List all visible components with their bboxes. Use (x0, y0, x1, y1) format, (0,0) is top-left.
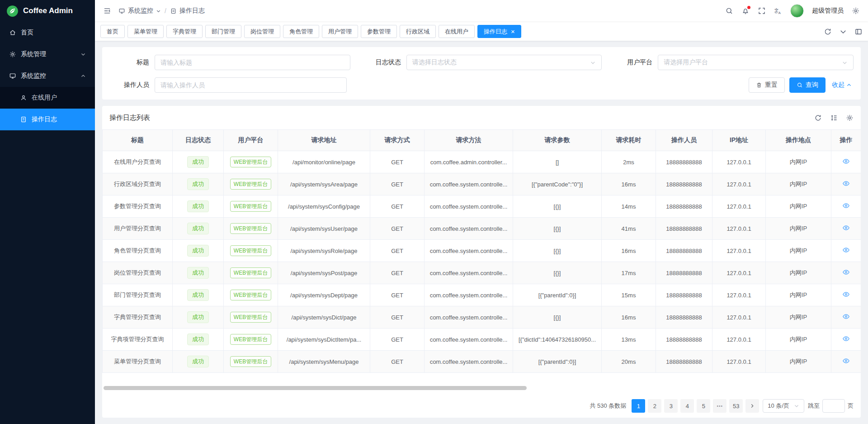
sidebar-item-online-users[interactable]: 在线用户 (0, 87, 95, 109)
next-page-button[interactable] (745, 399, 759, 413)
column-header: 用户平台 (224, 130, 278, 151)
tabs-refresh-icon[interactable] (824, 28, 832, 36)
search-button[interactable]: 查询 (789, 77, 826, 93)
cell-status: 成功 (173, 262, 224, 284)
view-eye-icon[interactable] (842, 335, 850, 343)
pagination: 共 530 条数据 12345•••53 10 条/页 跳至 页 (102, 394, 861, 418)
tab-actions (824, 28, 863, 36)
settings-gear-icon[interactable] (852, 7, 860, 15)
tab-参数管理[interactable]: 参数管理 (361, 25, 397, 38)
brand: Coffee Admin (0, 0, 95, 22)
cell-platform: WEB管理后台 (224, 151, 278, 173)
sidebar-item-home[interactable]: 首页 (0, 22, 95, 43)
cell-title: 行政区域分页查询 (103, 173, 173, 195)
avatar[interactable] (790, 4, 804, 18)
cell-platform: WEB管理后台 (224, 195, 278, 218)
title-label: 标题 (109, 58, 149, 67)
fullscreen-icon[interactable] (758, 7, 766, 15)
cell-duration: 16ms (602, 173, 656, 195)
column-settings-gear-icon[interactable] (846, 114, 854, 122)
page-button-53[interactable]: 53 (729, 399, 743, 413)
cell-method: GET (370, 151, 425, 173)
page-size-select[interactable]: 10 条/页 (763, 399, 804, 413)
cell-params: [{}] (513, 218, 602, 240)
cell-location: 内网IP (766, 173, 831, 195)
horizontal-scrollbar-thumb[interactable] (104, 386, 527, 390)
sidebar-item-system-monitor[interactable]: 系统监控 (0, 65, 95, 87)
view-eye-icon[interactable] (842, 202, 850, 210)
view-eye-icon[interactable] (842, 157, 850, 165)
tab-部门管理[interactable]: 部门管理 (205, 25, 241, 38)
sidebar-item-operation-log[interactable]: 操作日志 (0, 109, 95, 130)
platform-select[interactable]: 请选择用户平台 (658, 55, 854, 70)
search-icon (797, 82, 803, 88)
page-button-3[interactable]: 3 (664, 399, 678, 413)
table-row: 字典管理分页查询成功WEB管理后台/api/system/sysDict/pag… (103, 306, 861, 329)
status-select[interactable]: 请选择日志状态 (406, 55, 602, 70)
tab-菜单管理[interactable]: 菜单管理 (127, 25, 164, 38)
tab-岗位管理[interactable]: 岗位管理 (244, 25, 280, 38)
action-cell (831, 351, 861, 373)
view-eye-icon[interactable] (842, 291, 850, 298)
tab-close-icon[interactable]: × (511, 28, 515, 35)
page-button-4[interactable]: 4 (680, 399, 694, 413)
cell-method: GET (370, 306, 425, 329)
view-eye-icon[interactable] (842, 268, 850, 276)
translate-icon[interactable]: 文A (774, 7, 782, 15)
cell-platform: WEB管理后台 (224, 284, 278, 306)
username[interactable]: 超级管理员 (812, 7, 844, 15)
cell-operator: 18888888888 (656, 240, 712, 262)
view-eye-icon[interactable] (842, 357, 850, 365)
platform-label: 用户平台 (613, 58, 652, 67)
column-header: 请求方法 (425, 130, 513, 151)
cell-platform: WEB管理后台 (224, 218, 278, 240)
cell-params: [{"parentId":0}] (513, 351, 602, 373)
jump-page-input[interactable] (822, 399, 845, 413)
table-refresh-icon[interactable] (814, 114, 822, 122)
tab-首页[interactable]: 首页 (100, 25, 125, 38)
tab-label: 首页 (107, 28, 118, 36)
logo-icon (6, 5, 19, 17)
table-row: 在线用户分页查询成功WEB管理后台/api/monitor/online/pag… (103, 151, 861, 173)
cell-params: [{"parentId":0}] (513, 284, 602, 306)
density-icon[interactable] (830, 114, 838, 122)
page-button-2[interactable]: 2 (648, 399, 661, 413)
tab-用户管理[interactable]: 用户管理 (322, 25, 358, 38)
collapse-link-label: 收起 (832, 81, 844, 89)
layout-icon[interactable] (854, 28, 863, 36)
tab-在线用户[interactable]: 在线用户 (439, 25, 475, 38)
page-button-1[interactable]: 1 (632, 399, 645, 413)
view-eye-icon[interactable] (842, 180, 850, 187)
sidebar-item-label: 操作日志 (32, 115, 57, 124)
breadcrumb-item-operation-log[interactable]: 操作日志 (170, 7, 205, 15)
tabs-chevron-down-icon[interactable] (839, 28, 847, 36)
view-eye-icon[interactable] (842, 224, 850, 232)
title-input[interactable] (155, 55, 350, 70)
table-row: 菜单管理分页查询成功WEB管理后台/api/system/sysMenu/pag… (103, 351, 861, 373)
menu-fold-icon[interactable] (103, 7, 111, 15)
pager: 12345•••53 (632, 399, 759, 413)
tab-操作日志[interactable]: 操作日志× (477, 25, 521, 38)
view-eye-icon[interactable] (842, 246, 850, 254)
log-table-wrap: 标题日志状态用户平台请求地址请求方式请求方法请求参数请求耗时操作人员IP地址操作… (102, 129, 861, 373)
sidebar-item-system-management[interactable]: 系统管理 (0, 43, 95, 65)
cell-duration: 14ms (602, 195, 656, 218)
search-icon[interactable] (725, 7, 733, 15)
platform-tag: WEB管理后台 (230, 267, 271, 278)
horizontal-scrollbar (104, 386, 859, 391)
breadcrumb-item-system-monitor[interactable]: 系统监控 (118, 7, 161, 15)
collapse-link[interactable]: 收起 (830, 81, 854, 89)
page-ellipsis[interactable]: ••• (713, 399, 726, 413)
tab-label: 在线用户 (445, 28, 468, 36)
operator-input[interactable] (155, 77, 347, 93)
tab-行政区域[interactable]: 行政区域 (400, 25, 436, 38)
reset-button[interactable]: 重置 (749, 77, 785, 93)
cell-handler: com.coffee.system.controlle... (425, 329, 513, 351)
tab-字典管理[interactable]: 字典管理 (166, 25, 203, 38)
view-eye-icon[interactable] (842, 313, 850, 320)
cell-location: 内网IP (766, 240, 831, 262)
notification-bell-icon[interactable] (741, 7, 750, 15)
tab-角色管理[interactable]: 角色管理 (283, 25, 319, 38)
status-select-placeholder: 请选择日志状态 (412, 58, 457, 67)
page-button-5[interactable]: 5 (697, 399, 710, 413)
